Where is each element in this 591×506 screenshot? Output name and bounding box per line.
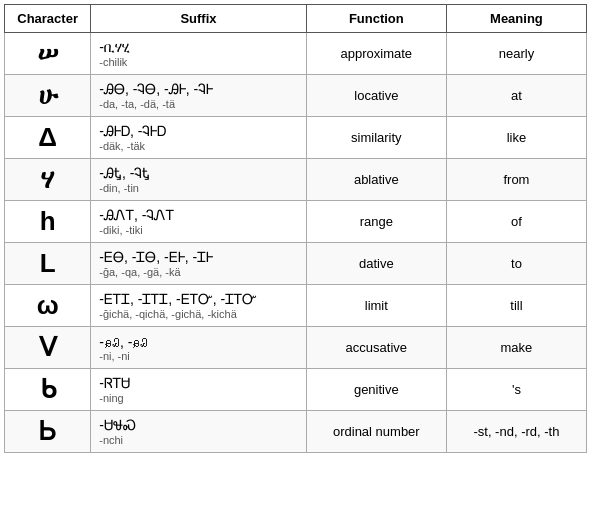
suffix-cell: -ᎯᎾ, -ᎸᎾ, -ᎯᎰ, -ᎸᎰ -da, -ta, -dä, -tä	[91, 75, 307, 117]
suffix-ethiopic: -ᎯᎿ, -ᎸᎿ	[99, 165, 298, 182]
table-row: ᐯ -ᏸᏍ, -ᏸᏍ -ni, -ni accusative make	[5, 327, 587, 369]
suffix-ethiopic: -ᎬᎢᏆ, -ᏆᎢᏆ, -ᎬᎢᏅ, -ᏆᎢᏅ	[99, 291, 298, 308]
header-meaning: Meaning	[446, 5, 586, 33]
suffix-ethiopic: -ᏒᎢᏌ	[99, 375, 298, 392]
suffix-ethiopic: -ᎯᏁᎢ, -ᎸᏁᎢ	[99, 207, 298, 224]
suffix-cell: -ᎬᎾ, -ᏆᎾ, -ᎬᎰ, -ᏆᎰ -ğa, -qa, -gä, -kä	[91, 243, 307, 285]
suffix-latin: -din, -tin	[99, 182, 298, 194]
char-cell: ᑲ	[5, 369, 91, 411]
meaning-cell: to	[446, 243, 586, 285]
char-cell: Ꮟ	[5, 411, 91, 453]
meaning-cell: at	[446, 75, 586, 117]
suffix-latin: -ning	[99, 392, 298, 404]
suffix-latin: -nchi	[99, 434, 298, 446]
suffix-latin: -ğichä, -qichä, -gichä, -kichä	[99, 308, 298, 320]
header-function: Function	[306, 5, 446, 33]
suffix-ethiopic: -ᎯᎰᎠ, -ᎸᎰᎠ	[99, 123, 298, 140]
table-row: ሠ -ቢሃሂ -chilik approximate nearly	[5, 33, 587, 75]
function-cell: genitive	[306, 369, 446, 411]
suffix-cell: -ᎯᏁᎢ, -ᎸᏁᎢ -diki, -tiki	[91, 201, 307, 243]
suffix-latin: -da, -ta, -dä, -tä	[99, 98, 298, 110]
function-cell: ordinal number	[306, 411, 446, 453]
suffix-ethiopic: -ᏸᏍ, -ᏸᏍ	[99, 334, 298, 350]
table-row: Ꮟ -ᏌᏠᏍ -nchi ordinal number -st, -nd, -r…	[5, 411, 587, 453]
suffix-latin: -diki, -tiki	[99, 224, 298, 236]
function-cell: locative	[306, 75, 446, 117]
function-cell: range	[306, 201, 446, 243]
char-cell: ᐯ	[5, 327, 91, 369]
meaning-cell: from	[446, 159, 586, 201]
suffix-latin: -ni, -ni	[99, 350, 298, 362]
header-character: Character	[5, 5, 91, 33]
suffix-cell: -ቢሃሂ -chilik	[91, 33, 307, 75]
suffix-cell: -ᏸᏍ, -ᏸᏍ -ni, -ni	[91, 327, 307, 369]
header-suffix: Suffix	[91, 5, 307, 33]
suffix-ethiopic: -ᏌᏠᏍ	[99, 417, 298, 434]
suffix-cell: -ᎬᎢᏆ, -ᏆᎢᏆ, -ᎬᎢᏅ, -ᏆᎢᏅ -ğichä, -qichä, -…	[91, 285, 307, 327]
char-cell: ሃ	[5, 159, 91, 201]
char-cell: h	[5, 201, 91, 243]
suffix-ethiopic: -ቢሃሂ	[99, 39, 298, 56]
suffix-cell: -ᏒᎢᏌ -ning	[91, 369, 307, 411]
table-row: h -ᎯᏁᎢ, -ᎸᏁᎢ -diki, -tiki range of	[5, 201, 587, 243]
char-cell: ሠ	[5, 33, 91, 75]
function-cell: approximate	[306, 33, 446, 75]
function-cell: limit	[306, 285, 446, 327]
table-row: L -ᎬᎾ, -ᏆᎾ, -ᎬᎰ, -ᏆᎰ -ğa, -qa, -gä, -kä …	[5, 243, 587, 285]
meaning-cell: of	[446, 201, 586, 243]
meaning-cell: -st, -nd, -rd, -th	[446, 411, 586, 453]
function-cell: ablative	[306, 159, 446, 201]
table-row: ω -ᎬᎢᏆ, -ᏆᎢᏆ, -ᎬᎢᏅ, -ᏆᎢᏅ -ğichä, -qichä,…	[5, 285, 587, 327]
suffix-latin: -chilik	[99, 56, 298, 68]
meaning-cell: 's	[446, 369, 586, 411]
char-cell: L	[5, 243, 91, 285]
table-row: Δ -ᎯᎰᎠ, -ᎸᎰᎠ -däk, -täk similarity like	[5, 117, 587, 159]
char-cell: ω	[5, 285, 91, 327]
function-cell: accusative	[306, 327, 446, 369]
meaning-cell: nearly	[446, 33, 586, 75]
function-cell: dative	[306, 243, 446, 285]
suffix-cell: -ᎯᎿ, -ᎸᎿ -din, -tin	[91, 159, 307, 201]
suffix-ethiopic: -ᎬᎾ, -ᏆᎾ, -ᎬᎰ, -ᏆᎰ	[99, 249, 298, 266]
table-row: ሃ -ᎯᎿ, -ᎸᎿ -din, -tin ablative from	[5, 159, 587, 201]
table-row: ᑲ -ᏒᎢᏌ -ning genitive 's	[5, 369, 587, 411]
meaning-cell: like	[446, 117, 586, 159]
table-row: ሁ -ᎯᎾ, -ᎸᎾ, -ᎯᎰ, -ᎸᎰ -da, -ta, -dä, -tä …	[5, 75, 587, 117]
suffix-latin: -ğa, -qa, -gä, -kä	[99, 266, 298, 278]
meaning-cell: make	[446, 327, 586, 369]
suffix-latin: -däk, -täk	[99, 140, 298, 152]
char-cell: Δ	[5, 117, 91, 159]
function-cell: similarity	[306, 117, 446, 159]
char-cell: ሁ	[5, 75, 91, 117]
suffix-cell: -ᎯᎰᎠ, -ᎸᎰᎠ -däk, -täk	[91, 117, 307, 159]
suffix-cell: -ᏌᏠᏍ -nchi	[91, 411, 307, 453]
suffix-ethiopic: -ᎯᎾ, -ᎸᎾ, -ᎯᎰ, -ᎸᎰ	[99, 81, 298, 98]
meaning-cell: till	[446, 285, 586, 327]
grammar-table: Character Suffix Function Meaning ሠ -ቢሃሂ…	[4, 4, 587, 453]
